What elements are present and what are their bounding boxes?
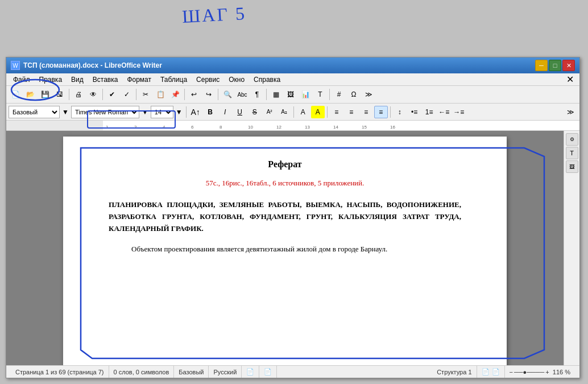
document-body: Объектом проектирования является девятиэ… bbox=[109, 243, 461, 255]
paste-button[interactable]: 📌 bbox=[168, 88, 182, 101]
copy-button[interactable]: 📋 bbox=[154, 88, 167, 101]
right-sidebar: ⚙ T 🖼 bbox=[564, 131, 579, 365]
page-info: Страница 1 из 69 (страница 7) bbox=[11, 366, 109, 378]
table-button[interactable]: ▦ bbox=[269, 88, 283, 101]
fontcolor-button[interactable]: A bbox=[296, 106, 310, 118]
italic-button[interactable]: I bbox=[218, 106, 232, 118]
indent-decrease-button[interactable]: ←≡ bbox=[437, 106, 451, 118]
fmt-sep4 bbox=[390, 106, 391, 118]
menu-tools[interactable]: Сервис bbox=[192, 75, 224, 85]
zoom-out-button[interactable]: − bbox=[510, 369, 513, 375]
more-button[interactable]: ≫ bbox=[362, 88, 375, 101]
find-button[interactable]: 🔍 bbox=[221, 88, 234, 101]
size-dropdown-arrow[interactable]: ▼ bbox=[175, 108, 184, 116]
document-page: Реферат 57с., 16рис., 16табл., 6 источни… bbox=[63, 137, 507, 365]
close-icon[interactable]: ✕ bbox=[563, 74, 577, 85]
menu-help[interactable]: Справка bbox=[249, 75, 285, 85]
underline-button[interactable]: U bbox=[233, 106, 247, 118]
menu-view[interactable]: Вид bbox=[67, 75, 88, 85]
sep2 bbox=[102, 89, 103, 100]
symbols-button[interactable]: Ω bbox=[347, 88, 361, 101]
spellcheck-button[interactable]: ✔ bbox=[105, 88, 119, 101]
menu-insert[interactable]: Вставка bbox=[88, 75, 123, 85]
superscript-button[interactable]: A² bbox=[263, 106, 276, 118]
toolbar-row-1: 📄 📂 💾 🖫 🖨 👁 ✔ ✓ ✂ 📋 📌 ↩ ↪ 🔍 Abc ¶ ▦ 🖼 📊 bbox=[6, 86, 579, 103]
ruler-mark: 12 bbox=[276, 125, 281, 130]
sidebar-toggle-button[interactable]: ⚙ bbox=[566, 133, 578, 146]
align-center-button[interactable]: ≡ bbox=[345, 106, 358, 118]
chart-button[interactable]: 📊 bbox=[299, 88, 312, 101]
word-count: 0 слов, 0 символов bbox=[109, 366, 175, 378]
document-subtitle: 57с., 16рис., 16табл., 6 источников, 5 п… bbox=[109, 179, 461, 188]
main-toolbar: 📄 📂 💾 🖫 🖨 👁 ✔ ✓ ✂ 📋 📌 ↩ ↪ 🔍 Abc ¶ ▦ 🖼 📊 bbox=[6, 86, 579, 104]
paragraph-style: Базовый bbox=[174, 366, 209, 378]
zoom-in-button[interactable]: + bbox=[545, 369, 549, 375]
window-title: ТСП (сломанная).docx - LibreOffice Write… bbox=[23, 61, 535, 69]
menu-format[interactable]: Формат bbox=[122, 75, 156, 85]
print-preview-button[interactable]: 👁 bbox=[86, 88, 100, 101]
font-dropdown-arrow[interactable]: ▼ bbox=[140, 108, 150, 116]
save-remote-button[interactable]: 🖫 bbox=[53, 88, 67, 101]
sep6 bbox=[266, 89, 267, 100]
findbar-button[interactable]: Abc bbox=[235, 88, 249, 101]
title-bar: W ТСП (сломанная).docx - LibreOffice Wri… bbox=[6, 57, 579, 73]
doc-modified-icon: 📄 bbox=[242, 366, 259, 378]
bullets-button[interactable]: •≡ bbox=[408, 106, 421, 118]
text-sidebar-button[interactable]: T bbox=[566, 147, 578, 159]
close-button[interactable]: ✕ bbox=[562, 60, 575, 71]
doc-layout-icon2[interactable]: 📄 bbox=[492, 368, 500, 375]
document-area: Реферат 57с., 16рис., 16табл., 6 источни… bbox=[6, 131, 579, 365]
fmt-sep1 bbox=[186, 106, 187, 118]
undo-button[interactable]: ↩ bbox=[187, 88, 201, 101]
indent-increase-button[interactable]: →≡ bbox=[452, 106, 466, 118]
more-formatting-button[interactable]: ≫ bbox=[564, 106, 577, 118]
ruler-mark: 2 bbox=[134, 125, 136, 130]
ruler-mark: 4 bbox=[163, 125, 165, 130]
linespacing-button[interactable]: ↕ bbox=[393, 106, 407, 118]
open-button[interactable]: 📂 bbox=[23, 88, 37, 101]
font-size-select[interactable]: 14 bbox=[151, 106, 173, 118]
font-name-select[interactable]: Times New Roman bbox=[71, 106, 139, 118]
view-mode: Структура 1 bbox=[432, 366, 477, 378]
align-left-button[interactable]: ≡ bbox=[330, 106, 343, 118]
style-dropdown-arrow[interactable]: ▼ bbox=[61, 108, 70, 116]
strikethrough-button[interactable]: S bbox=[248, 106, 262, 118]
sep3 bbox=[136, 89, 136, 100]
document-scroll-area[interactable]: Реферат 57с., 16рис., 16табл., 6 источни… bbox=[6, 131, 564, 365]
language-indicator: Русский bbox=[209, 366, 242, 378]
handwritten-step-label: ШАГ 5 bbox=[181, 3, 247, 27]
doc-layout-icon1[interactable]: 📄 bbox=[482, 368, 490, 375]
new-button[interactable]: 📄 bbox=[9, 88, 22, 101]
menu-file[interactable]: Файл bbox=[9, 75, 35, 85]
zoom-level: 116 % bbox=[553, 369, 570, 375]
redo-button[interactable]: ↪ bbox=[202, 88, 216, 101]
print-button[interactable]: 🖨 bbox=[72, 88, 85, 101]
ruler-mark: 14 bbox=[333, 125, 338, 130]
align-justify-button[interactable]: ≡ bbox=[374, 106, 388, 118]
save-button[interactable]: 💾 bbox=[38, 88, 52, 101]
subscript-button[interactable]: A₂ bbox=[278, 106, 291, 118]
zoom-slider[interactable]: ──●──── bbox=[514, 369, 544, 375]
numbering-fmt-button[interactable]: 1≡ bbox=[423, 106, 436, 118]
minimize-button[interactable]: ─ bbox=[535, 60, 548, 71]
maximize-button[interactable]: □ bbox=[549, 60, 561, 71]
cut-button[interactable]: ✂ bbox=[139, 88, 152, 101]
numbering-button[interactable]: # bbox=[332, 88, 346, 101]
increase-font-button[interactable]: A↑ bbox=[189, 106, 202, 118]
ruler-inner: 1 2 4 6 8 10 12 13 14 15 16 bbox=[103, 121, 579, 130]
menu-window[interactable]: Окно bbox=[224, 75, 249, 85]
menu-edit[interactable]: Правка bbox=[35, 75, 67, 85]
align-right-button[interactable]: ≡ bbox=[359, 106, 373, 118]
autospell-button[interactable]: ✓ bbox=[120, 88, 134, 101]
bold-button[interactable]: B bbox=[204, 106, 217, 118]
status-bar: Страница 1 из 69 (страница 7) 0 слов, 0 … bbox=[6, 365, 579, 378]
image-button[interactable]: 🖼 bbox=[284, 88, 297, 101]
style-sidebar-button[interactable]: 🖼 bbox=[566, 160, 578, 173]
window-controls: ─ □ ✕ bbox=[535, 60, 575, 71]
nonprinting-button[interactable]: ¶ bbox=[250, 88, 264, 101]
menu-table[interactable]: Таблица bbox=[156, 75, 192, 85]
paragraph-style-select[interactable]: Базовый bbox=[9, 106, 60, 118]
document-keywords: ПЛАНИРОВКА ПЛОЩАДКИ, ЗЕМЛЯНЫЕ РАБОТЫ, ВЫ… bbox=[109, 199, 461, 234]
textbox-button[interactable]: T bbox=[313, 88, 327, 101]
highlight-button[interactable]: A bbox=[311, 106, 325, 118]
